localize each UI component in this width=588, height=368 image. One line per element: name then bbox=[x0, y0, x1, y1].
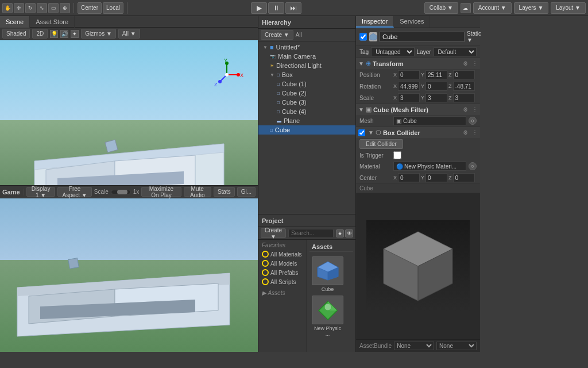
project-search-input[interactable] bbox=[288, 229, 334, 238]
project-create-button[interactable]: Create ▼ bbox=[261, 228, 286, 238]
box-collider-section-header[interactable]: ▼ ⬡ Box Collider ⚙ ⋮ bbox=[356, 126, 480, 138]
mesh-filter-section-header[interactable]: ▼ ▣ Cube (Mesh Filter) ⚙ ⋮ bbox=[356, 103, 480, 115]
scale-tool[interactable]: ⤡ bbox=[37, 3, 47, 13]
custom-tool[interactable]: ⊕ bbox=[60, 3, 70, 13]
edit-collider-button[interactable]: Edit Collider bbox=[359, 139, 403, 149]
hierarchy-box[interactable]: ▼ □ Box bbox=[258, 70, 355, 79]
scale-x-input[interactable] bbox=[398, 93, 420, 102]
collider-title: Box Collider bbox=[383, 129, 420, 136]
asset-bundle-variant-select[interactable]: None bbox=[436, 342, 477, 350]
rotate-tool[interactable]: ↻ bbox=[25, 3, 36, 13]
cube-icon: □ bbox=[270, 128, 273, 133]
hierarchy-cube3[interactable]: □ Cube (3) bbox=[258, 98, 355, 107]
mesh-label: Mesh bbox=[359, 118, 391, 124]
layer-select[interactable]: Default bbox=[434, 47, 477, 56]
layout-button[interactable]: Layout ▼ bbox=[551, 2, 586, 14]
collider-gear-icon[interactable]: ⚙ bbox=[463, 129, 468, 136]
center-x-input[interactable] bbox=[398, 173, 420, 182]
cloud-icon[interactable]: ☁ bbox=[461, 3, 471, 13]
collider-dots-icon[interactable]: ⋮ bbox=[472, 129, 478, 136]
aspect-button[interactable]: Free Aspect ▼ bbox=[57, 187, 91, 197]
scale-slider[interactable] bbox=[111, 190, 131, 194]
mesh-gear-icon[interactable]: ⚙ bbox=[463, 106, 468, 113]
rect-tool[interactable]: ▭ bbox=[48, 3, 59, 13]
audio-toggle[interactable]: 🔊 bbox=[60, 30, 68, 38]
rot-x-input[interactable] bbox=[398, 82, 420, 91]
hierarchy-cube2[interactable]: □ Cube (2) bbox=[258, 89, 355, 98]
display-button[interactable]: Display 1 ▼ bbox=[26, 187, 56, 197]
scale-z-input[interactable] bbox=[453, 93, 475, 102]
material-select-icon[interactable]: ○ bbox=[469, 162, 477, 170]
scene-tab[interactable]: Scene bbox=[0, 16, 30, 28]
inspector-tab[interactable]: Inspector bbox=[356, 16, 394, 28]
mesh-select-icon[interactable]: ○ bbox=[469, 117, 477, 125]
2d-button[interactable]: 2D bbox=[32, 29, 48, 39]
gizmos-button[interactable]: Gizmos ▼ bbox=[81, 29, 116, 39]
dots-icon[interactable]: ⋮ bbox=[472, 60, 478, 67]
fx-toggle[interactable]: ✦ bbox=[71, 30, 79, 38]
move-tool[interactable]: ✛ bbox=[14, 3, 24, 13]
fav-all-materials[interactable]: All Materials bbox=[258, 250, 307, 259]
pause-button[interactable]: ⏸ bbox=[268, 2, 284, 14]
scene-view[interactable]: X Y Z bbox=[0, 40, 258, 185]
center-button[interactable]: Center bbox=[78, 2, 102, 14]
play-button[interactable]: ▶ bbox=[251, 2, 267, 14]
mute-button[interactable]: Mute Audio bbox=[184, 187, 211, 197]
object-name-input[interactable] bbox=[380, 32, 465, 42]
rotation-xyz: X Y Z bbox=[393, 82, 475, 91]
pos-z-input[interactable] bbox=[453, 70, 475, 79]
mesh-dots-icon[interactable]: ⋮ bbox=[472, 106, 478, 113]
all-button[interactable]: All ▼ bbox=[118, 29, 140, 39]
hierarchy-plane[interactable]: ▬ Plane bbox=[258, 116, 355, 125]
transform-section-header[interactable]: ▼ ⊕ Transform ⚙ ⋮ bbox=[356, 57, 480, 69]
fav-all-prefabs[interactable]: All Prefabs bbox=[258, 268, 307, 277]
gear-icon[interactable]: ⚙ bbox=[463, 60, 468, 67]
asset-cube[interactable]: Cube bbox=[312, 256, 343, 292]
box-collider-checkbox[interactable] bbox=[358, 129, 365, 136]
hierarchy-directional-light[interactable]: ☀ Directional Light bbox=[258, 61, 355, 70]
services-tab[interactable]: Services bbox=[394, 16, 430, 28]
stats-button[interactable]: Stats bbox=[214, 187, 235, 197]
project-content: Favorites All Materials All Models All P… bbox=[258, 240, 355, 352]
list-item: Cube bbox=[275, 126, 290, 133]
center-z-input[interactable] bbox=[453, 173, 475, 182]
mesh-title: Cube (Mesh Filter) bbox=[373, 106, 428, 113]
rot-z-input[interactable] bbox=[453, 82, 475, 91]
hierarchy-untitled[interactable]: ▼ ■ Untitled* bbox=[258, 43, 355, 52]
rot-y-input[interactable] bbox=[425, 82, 447, 91]
game-view[interactable] bbox=[0, 198, 258, 352]
hand-tool[interactable]: ✋ bbox=[2, 3, 13, 13]
hierarchy-cube-selected[interactable]: □ Cube bbox=[258, 125, 355, 135]
fav-all-scripts[interactable]: All Scripts bbox=[258, 277, 307, 286]
hierarchy-main-camera[interactable]: 📷 Main Camera bbox=[258, 52, 355, 61]
rotation-label: Rotation bbox=[359, 83, 391, 90]
hierarchy-create-button[interactable]: Create ▼ bbox=[261, 30, 293, 40]
pos-y-input[interactable] bbox=[425, 70, 447, 79]
fav-all-models[interactable]: All Models bbox=[258, 259, 307, 268]
material-label: Material bbox=[359, 163, 391, 170]
hierarchy-cube4[interactable]: □ Cube (4) bbox=[258, 107, 355, 116]
layers-button[interactable]: Layers ▼ bbox=[514, 2, 549, 14]
asset-store-tab[interactable]: Asset Store bbox=[30, 16, 75, 28]
asset-bundle-select[interactable]: None bbox=[394, 342, 434, 350]
hierarchy-cube1[interactable]: □ Cube (1) bbox=[258, 79, 355, 89]
giz-button[interactable]: Gi... bbox=[237, 187, 256, 197]
tag-select[interactable]: Untagged bbox=[371, 47, 414, 56]
lighting-toggle[interactable]: 💡 bbox=[50, 30, 58, 38]
asset-physic-material[interactable]: New Physic ... bbox=[312, 296, 343, 337]
maximize-button[interactable]: Maximize On Play bbox=[141, 187, 181, 197]
collab-button[interactable]: Collab ▼ bbox=[424, 2, 458, 14]
is-trigger-checkbox[interactable] bbox=[393, 151, 401, 159]
preview-area bbox=[356, 193, 480, 339]
eye-icon[interactable]: 👁 bbox=[345, 229, 353, 237]
shaded-button[interactable]: Shaded bbox=[2, 29, 30, 39]
local-button[interactable]: Local bbox=[103, 2, 123, 14]
star-icon[interactable]: ★ bbox=[336, 229, 344, 237]
pos-x-input[interactable] bbox=[398, 70, 420, 79]
step-button[interactable]: ⏭ bbox=[285, 2, 301, 14]
center-y-input[interactable] bbox=[425, 173, 447, 182]
scale-y-input[interactable] bbox=[425, 93, 447, 102]
account-button[interactable]: Account ▼ bbox=[473, 2, 512, 14]
material-row: Material 🔵 New Physic Materi... ○ bbox=[356, 160, 480, 172]
object-active-checkbox[interactable] bbox=[359, 33, 367, 41]
